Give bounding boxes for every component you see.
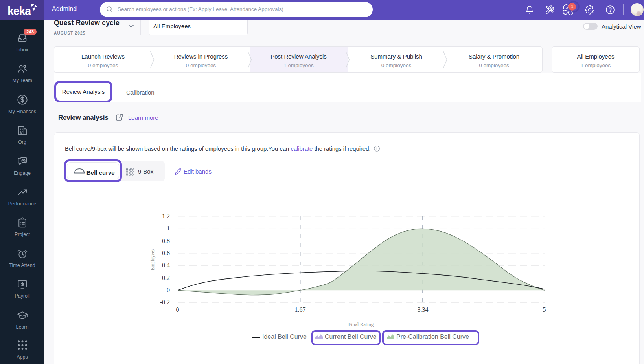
svg-text:keka: keka <box>7 5 31 17</box>
